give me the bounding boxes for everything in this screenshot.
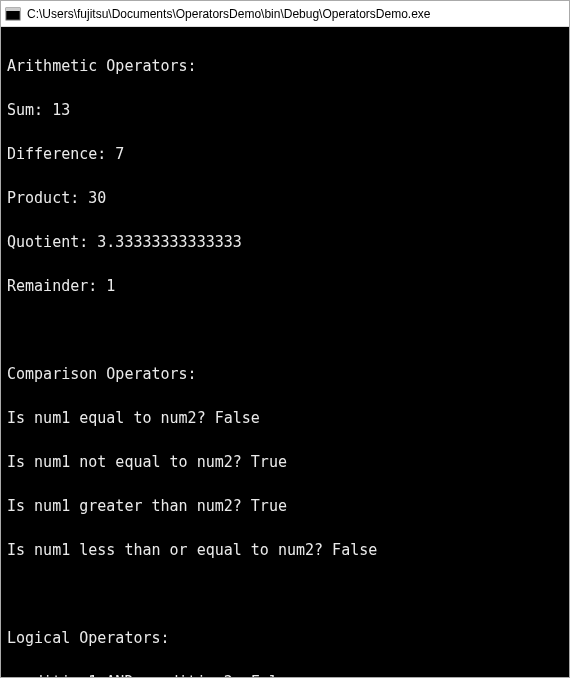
blank-line bbox=[7, 319, 563, 341]
arithmetic-difference: Difference: 7 bbox=[7, 143, 563, 165]
comparison-lte: Is num1 less than or equal to num2? Fals… bbox=[7, 539, 563, 561]
logical-and: condition1 AND condition2: False bbox=[7, 671, 563, 677]
arithmetic-remainder: Remainder: 1 bbox=[7, 275, 563, 297]
app-icon bbox=[5, 6, 21, 22]
arithmetic-sum: Sum: 13 bbox=[7, 99, 563, 121]
comparison-gt: Is num1 greater than num2? True bbox=[7, 495, 563, 517]
blank-line bbox=[7, 583, 563, 605]
comparison-header: Comparison Operators: bbox=[7, 363, 563, 385]
arithmetic-header: Arithmetic Operators: bbox=[7, 55, 563, 77]
comparison-eq: Is num1 equal to num2? False bbox=[7, 407, 563, 429]
titlebar[interactable]: C:\Users\fujitsu\Documents\OperatorsDemo… bbox=[1, 1, 569, 27]
logical-header: Logical Operators: bbox=[7, 627, 563, 649]
console-window: C:\Users\fujitsu\Documents\OperatorsDemo… bbox=[0, 0, 570, 678]
svg-rect-1 bbox=[6, 8, 20, 11]
window-title: C:\Users\fujitsu\Documents\OperatorsDemo… bbox=[27, 7, 431, 21]
comparison-neq: Is num1 not equal to num2? True bbox=[7, 451, 563, 473]
console-output[interactable]: Arithmetic Operators: Sum: 13 Difference… bbox=[1, 27, 569, 677]
arithmetic-product: Product: 30 bbox=[7, 187, 563, 209]
arithmetic-quotient: Quotient: 3.33333333333333 bbox=[7, 231, 563, 253]
